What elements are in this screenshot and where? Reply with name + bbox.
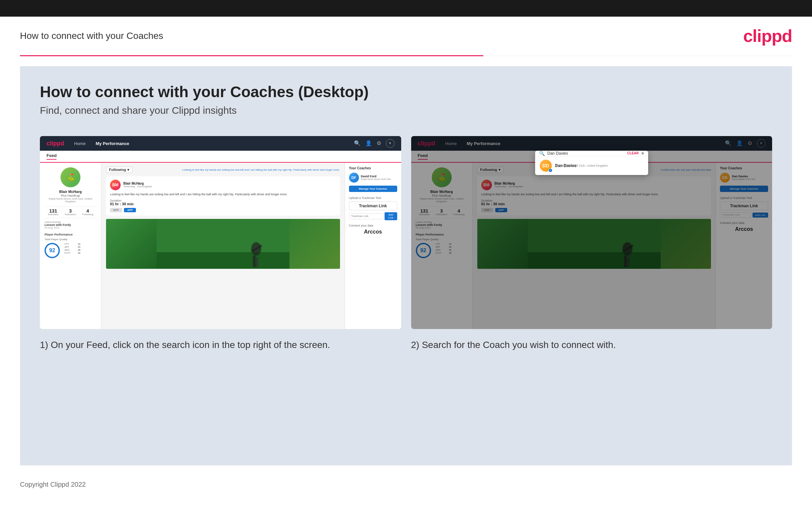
following-chevron: ▾ <box>127 168 129 172</box>
bar-label-ott: OTT <box>64 243 73 245</box>
svg-rect-9 <box>624 255 626 267</box>
coach-info-1: David Ford Royal North Devon Golf Club <box>361 175 391 180</box>
coach-club-2: Sunningdale Golf Club <box>732 178 755 180</box>
bar-row-putt: PUTT 96 <box>64 252 81 254</box>
player-perf-section-2: Player Performance Total Player Quality … <box>416 233 468 258</box>
coach-item-2: DD Dan Davies Sunningdale Golf Club <box>720 173 768 183</box>
nav-icons-2: 🔍 👤 ⚙ ▼ <box>725 139 765 148</box>
coach-name-2: Dan Davies <box>732 175 755 178</box>
bar-label-arg-2: ARG <box>436 249 444 251</box>
trackman-input-1[interactable] <box>349 213 384 219</box>
stat-followers-num-2: 3 <box>433 209 450 213</box>
trackman-section-1: Upload a Trackman Test Trackman Link Add… <box>349 197 397 220</box>
user-avatar-2: ⛳ <box>432 167 452 187</box>
coaches-title-1: Your Coaches <box>349 167 397 170</box>
duration-val-1: 01 hr : 30 min <box>110 202 134 206</box>
screenshot-1: clippd Home My Performance 🔍 👤 ⚙ ▼ <box>40 136 401 329</box>
stat-following-num: 4 <box>79 209 96 213</box>
trackman-link-box-2: Trackman Link <box>720 202 768 210</box>
avatar-icon: ▼ <box>389 142 392 145</box>
duration-row-2: Duration 01 hr : 30 min <box>481 199 707 206</box>
perf-title: Player Performance <box>45 233 96 236</box>
stat-activities-label: Activities <box>45 213 62 216</box>
bar-label-app: APP <box>64 246 73 248</box>
coach-item-1: DF David Ford Royal North Devon Golf Clu… <box>349 173 397 183</box>
screenshot-panel-1: clippd Home My Performance 🔍 👤 ⚙ ▼ <box>40 136 401 351</box>
post-image-2 <box>477 219 711 269</box>
stat-followers-num: 3 <box>62 209 79 213</box>
svg-rect-1 <box>156 252 289 269</box>
bar-label-putt-2: PUTT <box>436 252 444 254</box>
stat-following-label: Following <box>79 213 96 216</box>
off-btn-2: OTT <box>481 208 493 212</box>
player-perf-section: Player Performance Total Player Quality … <box>45 233 96 258</box>
bar-label-arg: ARG <box>64 249 73 251</box>
bar-row-ott-2: OTT 90 <box>436 243 452 245</box>
bar-val-putt: 96 <box>75 252 81 254</box>
perf-content: 92 OTT 90 APP <box>45 243 96 258</box>
bar-val-app: 85 <box>75 246 81 248</box>
bar-row-app-2: APP 85 <box>436 246 452 248</box>
stat-followers-2: 3 Followers <box>433 209 450 216</box>
right-sidebar-1: Your Coaches DF David Ford Royal North D… <box>345 163 401 329</box>
screenshot-panel-2: clippd Home My Performance 🔍 👤 ⚙ ▼ <box>411 136 772 351</box>
activity-date: 03 Aug 2022 <box>45 226 96 229</box>
settings-icon-nav[interactable]: ⚙ <box>377 141 381 146</box>
post-action-btns-2: OTT APP <box>481 208 707 212</box>
stat-followers: 3 Followers <box>62 209 79 216</box>
screenshots-row: clippd Home My Performance 🔍 👤 ⚙ ▼ <box>40 136 772 351</box>
left-sidebar-2: ⛳ Blair McHarg Plus Handicap Royal North… <box>411 163 473 329</box>
clippd-logo: clippd <box>743 26 792 46</box>
bar-label-ott-2: OTT <box>436 243 444 245</box>
feed-tab-1[interactable]: Feed <box>47 153 56 160</box>
nav-item-home-1[interactable]: Home <box>74 141 86 146</box>
svg-rect-3 <box>253 255 255 267</box>
header: How to connect with your Coaches clippd <box>0 17 812 55</box>
stat-followers-label-2: Followers <box>433 213 450 216</box>
bar-row-app: APP 85 <box>64 246 81 248</box>
stat-followers-label: Followers <box>62 213 79 216</box>
bar-val-arg: 86 <box>75 249 81 251</box>
stat-following-label-2: Following <box>450 213 468 216</box>
manage-coaches-btn-1[interactable]: Manage Your Coaches <box>349 186 397 192</box>
search-result-item[interactable]: DD ✓ Dan Davies Pro Sunningdale Golf Clu… <box>535 156 648 175</box>
settings-icon-nav-2: ⚙ <box>748 141 752 146</box>
stat-activities-label-2: Activities <box>416 213 433 216</box>
nav-item-performance-1[interactable]: My Performance <box>96 141 129 146</box>
middle-feed-2: Following ▾ Control who can see your act… <box>473 163 716 329</box>
clippd-nav-2: clippd Home My Performance 🔍 👤 ⚙ ▼ <box>411 136 772 151</box>
control-link-2: Control who can see your activity and da… <box>661 169 711 171</box>
main-content: How to connect with your Coaches (Deskto… <box>20 66 792 465</box>
coach-info-2: Dan Davies Sunningdale Golf Club <box>732 175 755 180</box>
profile-icon-nav[interactable]: ▼ <box>386 139 394 148</box>
coach-avatar-2: DD <box>720 173 730 183</box>
nav-item-home-2: Home <box>445 141 457 146</box>
middle-feed-1: Following ▾ Looking to feel like my hand… <box>101 163 345 329</box>
app-btn-2: APP <box>495 208 507 212</box>
post-text-2: Looking to feel like my hands are exitin… <box>481 192 707 197</box>
user-icon-nav[interactable]: 👤 <box>365 141 372 146</box>
trackman-input-2: Trackman Link <box>720 212 751 218</box>
score-circle-2: 92 <box>416 243 431 258</box>
trackman-input-row: Add Link <box>349 212 397 220</box>
post-card-1: BM Blair McHarg Yesterday · Sunningdale … <box>106 176 340 216</box>
trackman-link-box-1: Trackman Link <box>349 202 397 210</box>
following-btn-1[interactable]: Following ▾ <box>106 167 132 173</box>
add-link-btn-1[interactable]: Add Link <box>385 212 397 220</box>
activity-date-2: 03 Aug 2022 <box>416 226 468 229</box>
user-club-2: Royal North Devon Golf Club, United King… <box>416 198 468 203</box>
off-btn-1[interactable]: OTT <box>110 208 122 212</box>
right-sidebar-2: Your Coaches DD Dan Davies Sunningdale G… <box>716 163 772 329</box>
search-icon-nav[interactable]: 🔍 <box>354 141 361 146</box>
user-icon-nav-2: 👤 <box>736 141 743 146</box>
post-user-row-1: BM Blair McHarg Yesterday · Sunningdale <box>110 180 336 190</box>
app-btn-1[interactable]: APP <box>124 208 136 212</box>
step-2-number: 2) <box>411 340 420 350</box>
post-user-info: Blair McHarg Yesterday · Sunningdale <box>123 182 152 188</box>
stat-activities: 131 Activities <box>45 209 62 216</box>
section-title: How to connect with your Coaches (Deskto… <box>40 83 772 101</box>
bar-val-app-2: 85 <box>446 246 452 248</box>
control-link-1[interactable]: Looking to feel like my hands are exitin… <box>182 169 340 171</box>
user-avatar-1: ⛳ <box>60 167 81 187</box>
post-text-1: Looking to feel like my hands are exitin… <box>110 192 336 197</box>
